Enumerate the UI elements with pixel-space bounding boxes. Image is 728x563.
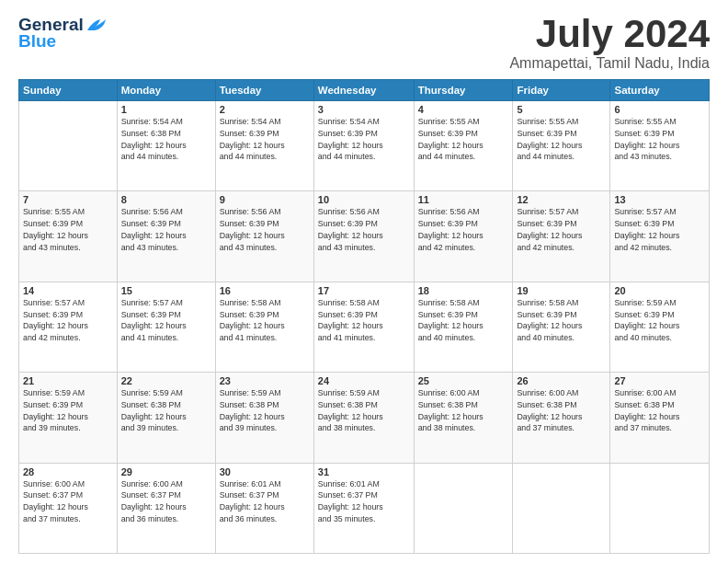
day-info: Sunrise: 5:55 AMSunset: 6:39 PMDaylight:… xyxy=(418,116,509,163)
day-number: 21 xyxy=(23,375,113,386)
day-info: Sunrise: 5:54 AMSunset: 6:38 PMDaylight:… xyxy=(121,116,211,163)
calendar-cell: 26Sunrise: 6:00 AMSunset: 6:38 PMDayligh… xyxy=(513,373,610,463)
calendar-cell: 31Sunrise: 6:01 AMSunset: 6:37 PMDayligh… xyxy=(313,463,414,553)
day-number: 14 xyxy=(23,285,113,296)
calendar-cell: 14Sunrise: 5:57 AMSunset: 6:39 PMDayligh… xyxy=(19,282,118,372)
calendar-cell: 15Sunrise: 5:57 AMSunset: 6:39 PMDayligh… xyxy=(117,282,215,372)
day-info: Sunrise: 5:57 AMSunset: 6:39 PMDaylight:… xyxy=(121,297,211,344)
calendar-cell xyxy=(19,101,118,191)
header-row: Sunday Monday Tuesday Wednesday Thursday… xyxy=(19,80,710,101)
calendar: Sunday Monday Tuesday Wednesday Thursday… xyxy=(18,79,710,554)
calendar-cell: 7Sunrise: 5:55 AMSunset: 6:39 PMDaylight… xyxy=(19,191,118,282)
day-info: Sunrise: 5:56 AMSunset: 6:39 PMDaylight:… xyxy=(121,206,211,253)
day-info: Sunrise: 5:58 AMSunset: 6:39 PMDaylight:… xyxy=(220,297,310,344)
calendar-cell: 5Sunrise: 5:55 AMSunset: 6:39 PMDaylight… xyxy=(513,101,610,191)
calendar-cell: 11Sunrise: 5:56 AMSunset: 6:39 PMDayligh… xyxy=(414,191,513,282)
day-info: Sunrise: 5:57 AMSunset: 6:39 PMDaylight:… xyxy=(614,206,705,253)
day-info: Sunrise: 5:56 AMSunset: 6:39 PMDaylight:… xyxy=(418,206,509,253)
calendar-cell: 27Sunrise: 6:00 AMSunset: 6:38 PMDayligh… xyxy=(610,373,710,463)
day-info: Sunrise: 5:59 AMSunset: 6:39 PMDaylight:… xyxy=(23,387,113,434)
day-info: Sunrise: 6:00 AMSunset: 6:37 PMDaylight:… xyxy=(23,478,113,525)
day-info: Sunrise: 5:55 AMSunset: 6:39 PMDaylight:… xyxy=(517,116,606,163)
col-thursday: Thursday xyxy=(414,80,513,101)
calendar-cell: 29Sunrise: 6:00 AMSunset: 6:37 PMDayligh… xyxy=(117,463,215,553)
day-number: 25 xyxy=(418,375,509,386)
day-number: 12 xyxy=(517,194,606,205)
calendar-table: Sunday Monday Tuesday Wednesday Thursday… xyxy=(18,79,710,554)
calendar-cell: 22Sunrise: 5:59 AMSunset: 6:38 PMDayligh… xyxy=(117,373,215,463)
day-info: Sunrise: 5:59 AMSunset: 6:39 PMDaylight:… xyxy=(614,297,705,344)
day-number: 26 xyxy=(517,375,606,386)
day-number: 3 xyxy=(318,104,410,115)
day-number: 31 xyxy=(318,466,410,477)
calendar-cell: 28Sunrise: 6:00 AMSunset: 6:37 PMDayligh… xyxy=(19,463,118,553)
calendar-cell: 20Sunrise: 5:59 AMSunset: 6:39 PMDayligh… xyxy=(610,282,710,372)
day-number: 9 xyxy=(220,194,310,205)
col-sunday: Sunday xyxy=(19,80,118,101)
calendar-cell: 21Sunrise: 5:59 AMSunset: 6:39 PMDayligh… xyxy=(19,373,118,463)
day-info: Sunrise: 5:58 AMSunset: 6:39 PMDaylight:… xyxy=(418,297,509,344)
day-number: 4 xyxy=(418,104,509,115)
col-monday: Monday xyxy=(117,80,215,101)
day-number: 15 xyxy=(121,285,211,296)
day-info: Sunrise: 5:54 AMSunset: 6:39 PMDaylight:… xyxy=(220,116,310,163)
day-info: Sunrise: 5:55 AMSunset: 6:39 PMDaylight:… xyxy=(23,206,113,253)
calendar-cell: 4Sunrise: 5:55 AMSunset: 6:39 PMDaylight… xyxy=(414,101,513,191)
day-number: 27 xyxy=(614,375,705,386)
day-number: 7 xyxy=(23,194,113,205)
calendar-week-4: 21Sunrise: 5:59 AMSunset: 6:39 PMDayligh… xyxy=(19,373,710,463)
calendar-cell: 6Sunrise: 5:55 AMSunset: 6:39 PMDaylight… xyxy=(610,101,710,191)
calendar-cell: 10Sunrise: 5:56 AMSunset: 6:39 PMDayligh… xyxy=(313,191,414,282)
calendar-cell: 25Sunrise: 6:00 AMSunset: 6:38 PMDayligh… xyxy=(414,373,513,463)
calendar-header: Sunday Monday Tuesday Wednesday Thursday… xyxy=(19,80,710,101)
calendar-cell: 2Sunrise: 5:54 AMSunset: 6:39 PMDaylight… xyxy=(215,101,313,191)
day-number: 17 xyxy=(318,285,410,296)
day-info: Sunrise: 6:01 AMSunset: 6:37 PMDaylight:… xyxy=(220,478,310,525)
calendar-page: General Blue July 2024 Ammapettai, Tamil… xyxy=(0,0,728,563)
day-info: Sunrise: 6:00 AMSunset: 6:38 PMDaylight:… xyxy=(418,387,509,434)
calendar-week-5: 28Sunrise: 6:00 AMSunset: 6:37 PMDayligh… xyxy=(19,463,710,553)
calendar-cell: 12Sunrise: 5:57 AMSunset: 6:39 PMDayligh… xyxy=(513,191,610,282)
calendar-week-3: 14Sunrise: 5:57 AMSunset: 6:39 PMDayligh… xyxy=(19,282,710,372)
calendar-cell: 9Sunrise: 5:56 AMSunset: 6:39 PMDaylight… xyxy=(215,191,313,282)
calendar-cell: 18Sunrise: 5:58 AMSunset: 6:39 PMDayligh… xyxy=(414,282,513,372)
day-info: Sunrise: 5:56 AMSunset: 6:39 PMDaylight:… xyxy=(318,206,410,253)
day-number: 6 xyxy=(614,104,705,115)
day-info: Sunrise: 5:58 AMSunset: 6:39 PMDaylight:… xyxy=(318,297,410,344)
day-info: Sunrise: 5:59 AMSunset: 6:38 PMDaylight:… xyxy=(318,387,410,434)
calendar-cell xyxy=(513,463,610,553)
calendar-body: 1Sunrise: 5:54 AMSunset: 6:38 PMDaylight… xyxy=(19,101,710,554)
calendar-cell: 19Sunrise: 5:58 AMSunset: 6:39 PMDayligh… xyxy=(513,282,610,372)
day-info: Sunrise: 6:00 AMSunset: 6:38 PMDaylight:… xyxy=(614,387,705,434)
col-saturday: Saturday xyxy=(610,80,710,101)
calendar-week-2: 7Sunrise: 5:55 AMSunset: 6:39 PMDaylight… xyxy=(19,191,710,282)
day-info: Sunrise: 5:58 AMSunset: 6:39 PMDaylight:… xyxy=(517,297,606,344)
day-info: Sunrise: 5:57 AMSunset: 6:39 PMDaylight:… xyxy=(23,297,113,344)
day-info: Sunrise: 6:00 AMSunset: 6:37 PMDaylight:… xyxy=(121,478,211,525)
col-friday: Friday xyxy=(513,80,610,101)
day-info: Sunrise: 5:55 AMSunset: 6:39 PMDaylight:… xyxy=(614,116,705,163)
day-number: 11 xyxy=(418,194,509,205)
day-number: 30 xyxy=(220,466,310,477)
day-number: 13 xyxy=(614,194,705,205)
calendar-cell: 24Sunrise: 5:59 AMSunset: 6:38 PMDayligh… xyxy=(313,373,414,463)
calendar-cell: 23Sunrise: 5:59 AMSunset: 6:38 PMDayligh… xyxy=(215,373,313,463)
day-number: 16 xyxy=(220,285,310,296)
day-number: 10 xyxy=(318,194,410,205)
day-number: 18 xyxy=(418,285,509,296)
calendar-cell: 8Sunrise: 5:56 AMSunset: 6:39 PMDaylight… xyxy=(117,191,215,282)
calendar-cell: 17Sunrise: 5:58 AMSunset: 6:39 PMDayligh… xyxy=(313,282,414,372)
month-title: July 2024 xyxy=(509,15,710,53)
day-number: 2 xyxy=(220,104,310,115)
calendar-cell: 3Sunrise: 5:54 AMSunset: 6:39 PMDaylight… xyxy=(313,101,414,191)
day-info: Sunrise: 5:59 AMSunset: 6:38 PMDaylight:… xyxy=(220,387,310,434)
day-number: 28 xyxy=(23,466,113,477)
title-block: July 2024 Ammapettai, Tamil Nadu, India xyxy=(509,15,710,72)
logo-bird-icon xyxy=(85,17,106,32)
day-number: 1 xyxy=(121,104,211,115)
calendar-cell xyxy=(414,463,513,553)
day-info: Sunrise: 5:56 AMSunset: 6:39 PMDaylight:… xyxy=(220,206,310,253)
day-number: 23 xyxy=(220,375,310,386)
calendar-cell: 13Sunrise: 5:57 AMSunset: 6:39 PMDayligh… xyxy=(610,191,710,282)
calendar-cell: 30Sunrise: 6:01 AMSunset: 6:37 PMDayligh… xyxy=(215,463,313,553)
